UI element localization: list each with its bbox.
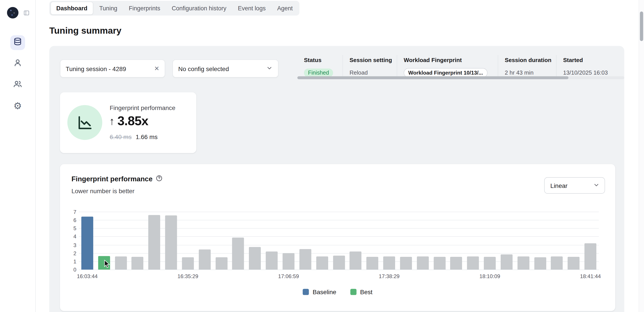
chevron-down-icon — [593, 182, 600, 189]
bar-default[interactable] — [450, 257, 462, 270]
status-badge: Finished — [304, 68, 333, 77]
legend-item-baseline[interactable]: Baseline — [303, 289, 336, 296]
vertical-scrollbar — [639, 0, 644, 312]
bar-default[interactable] — [115, 256, 127, 270]
info-col-workload-fingerprint: Workload FingerprintWorkload Fingerprint… — [397, 55, 498, 78]
bar-default[interactable] — [232, 238, 244, 270]
bar-baseline[interactable] — [81, 217, 93, 270]
help-icon[interactable] — [156, 175, 163, 183]
tuning-session-select[interactable]: Tuning session - 4289 ✕ — [60, 59, 165, 77]
tab-event-logs[interactable]: Event logs — [232, 1, 271, 15]
bar-default[interactable] — [568, 257, 580, 270]
previous-latency: 6.40 ms — [110, 133, 132, 140]
x-axis-tick-label: 16:03:44 — [77, 273, 98, 280]
fingerprint-performance-summary-card: Fingerprint performance ↑ 3.85x 6.40 ms … — [60, 92, 196, 153]
app-window: ⚙ DashboardTuningFingerprintsConfigurati… — [0, 0, 644, 312]
y-axis-tick-label: 0 — [66, 266, 76, 274]
bar-default[interactable] — [517, 256, 529, 270]
bar-default[interactable] — [249, 247, 261, 270]
bar-default[interactable] — [534, 257, 546, 270]
bar-default[interactable] — [551, 256, 563, 270]
y-axis-tick-label: 6 — [66, 217, 76, 224]
x-axis-tick-label: 16:35:29 — [178, 273, 198, 280]
config-select[interactable]: No config selected — [172, 59, 278, 77]
sidebar: ⚙ — [0, 0, 36, 312]
summary-values: 6.40 ms 1.66 ms — [110, 133, 158, 140]
bar-default[interactable] — [165, 215, 177, 270]
page-title: Tuning summary — [49, 25, 122, 36]
gridline — [79, 212, 599, 212]
bar-default[interactable] — [467, 256, 479, 270]
bar-default[interactable] — [266, 252, 278, 270]
scale-select[interactable]: Linear — [544, 177, 605, 194]
tab-tuning[interactable]: Tuning — [94, 1, 123, 15]
chart-line-icon — [68, 105, 102, 140]
bar-default[interactable] — [400, 257, 412, 270]
bar-default[interactable] — [484, 257, 496, 270]
sidebar-item-users[interactable] — [10, 77, 25, 92]
bar-default[interactable] — [500, 254, 512, 270]
bar-default[interactable] — [299, 249, 311, 270]
config-select-value: No config selected — [178, 65, 229, 72]
users-icon — [13, 80, 22, 90]
horizontal-scrollbar — [297, 76, 624, 79]
y-axis-tick-label: 5 — [66, 225, 76, 232]
bar-default[interactable] — [199, 249, 210, 270]
bar-default[interactable] — [148, 215, 160, 270]
bar-default[interactable] — [584, 243, 596, 270]
tab-configuration-history[interactable]: Configuration history — [166, 1, 232, 15]
gridline — [79, 270, 599, 270]
info-col-session-setting: Session settingReload — [342, 55, 397, 78]
info-label: Started — [563, 55, 624, 65]
legend-item-best[interactable]: Best — [350, 289, 372, 296]
info-label: Session setting — [350, 55, 397, 65]
y-axis-tick-label: 2 — [66, 250, 76, 257]
horizontal-scrollbar-thumb[interactable] — [297, 76, 568, 79]
bar-default[interactable] — [417, 256, 428, 270]
sidebar-toggle-icon[interactable] — [23, 10, 30, 16]
info-col-started: Started13/10/2025 16:03 — [556, 55, 624, 78]
tab-fingerprints[interactable]: Fingerprints — [123, 1, 166, 15]
session-info-table: StatusFinishedSession settingReloadWorkl… — [297, 55, 624, 78]
sidebar-item-settings[interactable]: ⚙ — [10, 99, 25, 113]
bar-default[interactable] — [132, 257, 144, 270]
y-axis-tick-label: 1 — [66, 258, 76, 266]
info-label: Session duration — [505, 55, 556, 65]
chart-title: Fingerprint performance — [71, 175, 152, 183]
performance-multiplier: 3.85x — [118, 114, 148, 128]
bar-default[interactable] — [366, 257, 378, 270]
info-label: Status — [304, 55, 342, 65]
scale-select-value: Linear — [550, 182, 568, 189]
tab-dashboard[interactable]: Dashboard — [50, 1, 93, 15]
chevron-down-icon — [266, 65, 273, 72]
bar-default[interactable] — [316, 256, 328, 270]
bar-default[interactable] — [216, 257, 227, 270]
user-icon — [13, 58, 22, 69]
bar-default[interactable] — [182, 257, 194, 270]
y-axis-tick-label: 4 — [66, 233, 76, 241]
arrow-up-icon: ↑ — [109, 115, 114, 127]
tab-agent[interactable]: Agent — [272, 1, 298, 15]
summary-card-title: Fingerprint performance — [110, 104, 176, 111]
sidebar-item-user[interactable] — [10, 56, 25, 71]
bar-default[interactable] — [434, 257, 445, 270]
bar-default[interactable] — [333, 256, 345, 270]
legend-swatch — [303, 289, 309, 295]
clear-session-icon[interactable]: ✕ — [154, 65, 159, 72]
workload-fingerprint-chip[interactable]: Workload Fingerprint 10/13/... — [404, 68, 488, 77]
bar-default[interactable] — [282, 253, 294, 270]
sidebar-item-databases[interactable] — [10, 35, 25, 50]
x-axis-tick-label: 17:38:29 — [379, 273, 400, 280]
bar-default[interactable] — [350, 252, 362, 270]
info-label: Workload Fingerprint — [404, 55, 498, 65]
plot-area: 0123456716:03:4416:35:2917:06:5917:38:29… — [79, 212, 599, 270]
chart-subtitle: Lower number is better — [71, 187, 134, 195]
vertical-scrollbar-thumb[interactable] — [640, 11, 643, 41]
info-col-session-duration: Session duration2 hr 43 min — [498, 55, 556, 78]
legend-label: Baseline — [313, 289, 336, 296]
legend-label: Best — [360, 289, 372, 296]
settings-icon: ⚙ — [14, 101, 22, 111]
bar-default[interactable] — [383, 256, 395, 270]
fingerprint-performance-chart-card: Fingerprint performance Lower number is … — [60, 164, 615, 311]
app-logo[interactable] — [7, 7, 18, 18]
